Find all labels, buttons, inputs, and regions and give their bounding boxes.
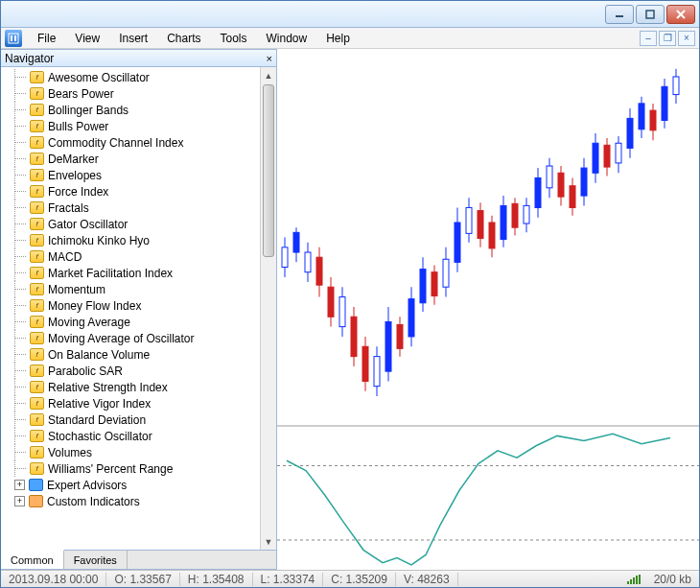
svg-rect-38 (455, 223, 460, 262)
indicator-label: Market Facilitation Index (48, 267, 173, 280)
menu-file[interactable]: File (28, 30, 65, 47)
close-button[interactable] (666, 5, 695, 24)
menu-insert[interactable]: Insert (109, 30, 157, 47)
maximize-button[interactable] (636, 5, 665, 24)
indicator-item[interactable]: fOn Balance Volume (1, 346, 260, 363)
indicator-item[interactable]: fVolumes (1, 444, 260, 460)
indicator-item[interactable]: fBollinger Bands (1, 102, 260, 118)
indicator-label: Stochastic Oscillator (48, 430, 152, 443)
svg-rect-12 (305, 252, 311, 272)
status-low: L: 1.33374 (253, 573, 324, 586)
menu-view[interactable]: View (65, 30, 109, 47)
tab-favorites[interactable]: Favorites (64, 551, 128, 569)
svg-rect-42 (478, 211, 483, 239)
mdi-restore-button[interactable]: ❐ (659, 31, 676, 46)
indicator-label: Bollinger Bands (48, 104, 128, 117)
chart-canvas (277, 49, 699, 570)
navigator-tree[interactable]: fAwesome OscillatorfBears PowerfBollinge… (1, 67, 260, 550)
indicator-icon: f (30, 413, 44, 426)
indicator-label: Envelopes (48, 169, 102, 182)
mdi-minimize-button[interactable]: – (640, 31, 657, 46)
indicator-item[interactable]: fWilliams' Percent Range (1, 460, 260, 477)
indicator-icon: f (30, 316, 44, 328)
menu-help[interactable]: Help (316, 30, 360, 47)
indicator-item[interactable]: fStochastic Oscillator (1, 428, 260, 444)
indicator-label: Relative Strength Index (48, 381, 168, 394)
indicator-item[interactable]: fRelative Vigor Index (1, 395, 260, 412)
navigator-close-button[interactable]: × (267, 53, 272, 64)
navigator-title: Navigator (5, 52, 54, 65)
indicator-icon: f (30, 462, 44, 475)
indicator-icon: f (30, 218, 44, 230)
expert-advisors-item[interactable]: +Expert Advisors (1, 477, 260, 493)
indicator-item[interactable]: fMoney Flow Index (1, 297, 260, 314)
custom-indicators-label: Custom Indicators (47, 495, 140, 508)
indicator-label: Williams' Percent Range (48, 462, 173, 476)
minimize-button[interactable] (605, 5, 634, 24)
indicator-item[interactable]: fParabolic SAR (1, 363, 260, 379)
scroll-up-icon[interactable]: ▲ (261, 67, 276, 83)
indicator-item[interactable]: fMACD (1, 248, 260, 265)
svg-rect-74 (662, 86, 667, 120)
svg-rect-16 (328, 287, 334, 317)
indicator-item[interactable]: fBulls Power (1, 118, 260, 134)
status-datetime: 2013.09.18 00:00 (1, 573, 106, 586)
svg-rect-48 (512, 203, 518, 227)
indicator-item[interactable]: fDeMarker (1, 151, 260, 167)
svg-rect-52 (535, 177, 541, 207)
indicator-icon: f (30, 104, 44, 116)
svg-rect-26 (385, 321, 391, 371)
indicator-label: Awesome Oscillator (48, 71, 150, 84)
indicator-icon: f (30, 250, 44, 263)
indicator-item[interactable]: fStandard Deviation (1, 412, 260, 428)
indicator-icon: f (30, 136, 44, 149)
svg-rect-62 (593, 143, 598, 173)
svg-rect-1 (646, 11, 654, 18)
indicator-item[interactable]: fMomentum (1, 281, 260, 297)
custom-indicators-item[interactable]: +Custom Indicators (1, 493, 260, 509)
menu-tools[interactable]: Tools (211, 30, 257, 47)
indicator-item[interactable]: fIchimoku Kinko Hyo (1, 232, 260, 248)
indicator-item[interactable]: fMoving Average of Oscillator (1, 330, 260, 346)
svg-rect-72 (650, 110, 656, 130)
indicator-item[interactable]: fBears Power (1, 85, 260, 102)
navigator-title-bar: Navigator × (1, 50, 276, 67)
menu-charts[interactable]: Charts (157, 30, 210, 47)
indicator-icon: f (30, 201, 44, 214)
indicator-item[interactable]: fMarket Facilitation Index (1, 265, 260, 281)
indicator-label: Bears Power (48, 87, 114, 101)
svg-rect-40 (466, 207, 472, 233)
tab-common[interactable]: Common (1, 550, 64, 569)
svg-rect-8 (282, 247, 288, 268)
svg-rect-46 (501, 205, 506, 239)
connection-bars-icon (627, 575, 641, 584)
indicator-item[interactable]: fRelative Strength Index (1, 379, 260, 395)
scrollbar[interactable]: ▲ ▼ (260, 67, 276, 550)
mdi-close-button[interactable]: × (678, 31, 695, 46)
expand-icon[interactable]: + (14, 496, 25, 506)
maximize-icon (645, 10, 655, 19)
indicator-icon: f (30, 267, 44, 279)
indicator-label: Moving Average (48, 316, 130, 329)
menu-window[interactable]: Window (257, 30, 317, 47)
expert-advisors-label: Expert Advisors (47, 479, 127, 492)
indicator-item[interactable]: fAwesome Oscillator (1, 69, 260, 85)
indicator-label: Standard Deviation (48, 413, 146, 427)
scroll-down-icon[interactable]: ▼ (261, 533, 276, 550)
status-volume: V: 48263 (396, 573, 458, 586)
indicator-item[interactable]: fFractals (1, 200, 260, 216)
indicator-item[interactable]: fEnvelopes (1, 167, 260, 183)
expert-advisors-icon (29, 479, 43, 491)
chart-area[interactable]: Edit Indicator CCI(14) properties... Del… (277, 49, 699, 570)
indicator-item[interactable]: fGator Oscillator (1, 216, 260, 232)
scroll-thumb[interactable] (263, 84, 274, 257)
svg-rect-58 (570, 186, 575, 208)
svg-rect-32 (420, 270, 426, 303)
indicator-item[interactable]: fCommodity Channel Index (1, 134, 260, 151)
svg-rect-24 (374, 357, 380, 387)
indicator-item[interactable]: fForce Index (1, 183, 260, 200)
indicator-item[interactable]: fMoving Average (1, 314, 260, 330)
minimize-icon (615, 10, 624, 19)
indicator-label: Bulls Power (48, 120, 108, 133)
expand-icon[interactable]: + (14, 480, 25, 490)
